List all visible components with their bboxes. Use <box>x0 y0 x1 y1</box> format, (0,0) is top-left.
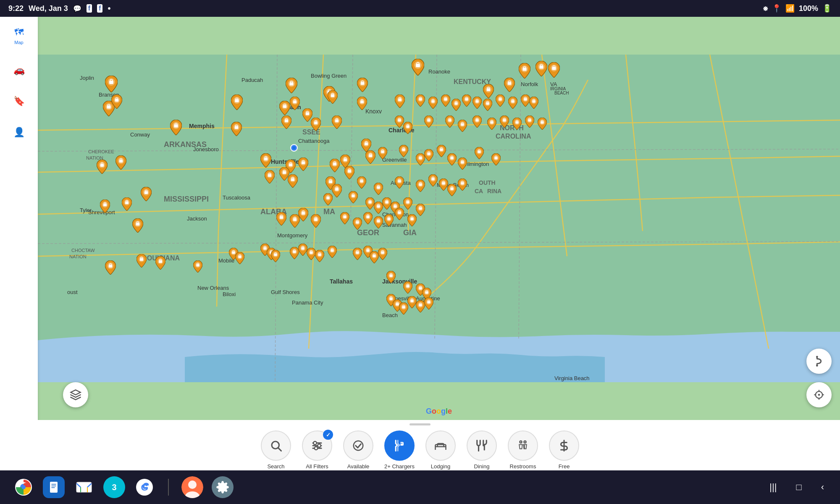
map-icon: 🗺 <box>13 26 25 38</box>
filter-restrooms[interactable]: Restrooms <box>506 430 540 470</box>
search-filter-label: Search <box>267 463 284 470</box>
svg-text:MISSISSIPPI: MISSISSIPPI <box>164 195 209 203</box>
svg-line-74 <box>278 448 281 451</box>
svg-text:Beach: Beach <box>382 312 398 318</box>
battery-icon: 🔋 <box>822 4 832 13</box>
google-watermark: Google <box>426 407 452 416</box>
sys-nav-home[interactable]: □ <box>793 478 805 496</box>
svg-text:Jonesboro: Jonesboro <box>193 146 219 152</box>
svg-text:Conway: Conway <box>130 131 150 138</box>
svg-point-89 <box>21 485 26 489</box>
sidebar-item-bookmark[interactable]: 🔖 <box>10 92 28 110</box>
filter-dining[interactable]: Dining <box>465 430 499 470</box>
svg-point-79 <box>318 444 321 447</box>
sys-nav-recent[interactable]: ||| <box>766 478 780 496</box>
samsung-notes-icon <box>47 480 61 494</box>
facebook-icon: f <box>87 4 92 13</box>
app-gmail[interactable] <box>73 476 95 498</box>
svg-text:Biloxi: Biloxi <box>223 291 236 297</box>
app-num3[interactable]: 3 <box>103 476 125 498</box>
chargers-label: 2+ Chargers <box>384 463 415 470</box>
svg-point-94 <box>188 480 197 489</box>
locate-icon <box>813 389 825 401</box>
all-filters-label: All Filters <box>306 463 328 470</box>
sidebar-item-drive[interactable]: 🚗 <box>10 61 28 79</box>
svg-point-78 <box>313 441 317 445</box>
app-chrome[interactable] <box>13 476 34 498</box>
filter-search[interactable]: Search <box>259 430 293 470</box>
app-samsung-notes[interactable] <box>43 476 65 498</box>
svg-point-84 <box>524 441 526 443</box>
free-label: Free <box>559 463 570 470</box>
sys-nav: ||| □ ‹ <box>766 478 840 496</box>
bluetooth-icon: ⎈ <box>763 4 768 13</box>
status-day: Wed, Jan 3 <box>29 4 68 13</box>
svg-text:Panama City: Panama City <box>292 299 323 306</box>
all-filters-check: ✓ <box>323 430 333 440</box>
svg-text:Bowling Green: Bowling Green <box>311 73 346 79</box>
svg-text:Paducah: Paducah <box>242 77 263 83</box>
lodging-icon <box>434 439 447 452</box>
all-filters-icon-wrap: ✓ <box>302 430 332 461</box>
google-icon: G <box>135 478 154 496</box>
sidebar-item-profile[interactable]: 👤 <box>10 123 28 142</box>
svg-text:Chattanooga: Chattanooga <box>298 138 330 144</box>
svg-text:GEOR: GEOR <box>357 228 379 237</box>
drive-icon: 🚗 <box>13 64 25 76</box>
sys-nav-back[interactable]: ‹ <box>818 478 827 496</box>
filter-available[interactable]: Available <box>341 430 375 470</box>
sidebar-item-map-label: Map <box>14 40 23 45</box>
bookmark-icon: 🔖 <box>13 95 25 107</box>
profile-icon: 👤 <box>13 126 25 138</box>
svg-point-81 <box>354 441 363 451</box>
app-google[interactable]: G <box>134 476 155 498</box>
filter-2plus-chargers[interactable]: 2+ Chargers <box>383 430 416 470</box>
nav-separator <box>168 479 169 496</box>
drag-handle[interactable] <box>410 423 430 425</box>
search-icon <box>270 439 282 452</box>
filter-row: Search ✓ All Filters <box>251 430 589 470</box>
chargers-icon-wrap <box>384 430 415 461</box>
svg-text:New Orleans: New Orleans <box>197 285 229 291</box>
all-filters-icon <box>311 439 323 452</box>
svg-text:Tuscaloosa: Tuscaloosa <box>223 194 251 201</box>
filter-lodging[interactable]: Lodging <box>424 430 457 470</box>
svg-text:Jackson: Jackson <box>187 215 207 222</box>
messenger-icon: 💬 <box>73 5 81 13</box>
svg-text:Greenville: Greenville <box>382 157 407 163</box>
svg-text:Joplin: Joplin <box>80 75 94 81</box>
svg-text:Knoxv: Knoxv <box>365 108 382 115</box>
app-settings[interactable] <box>212 476 234 498</box>
map-route-button[interactable] <box>806 349 832 374</box>
chargers-icon <box>393 439 406 452</box>
battery-text: 100% <box>799 4 818 13</box>
layers-icon <box>70 389 81 401</box>
app-avatar[interactable] <box>181 476 203 498</box>
lodging-icon-wrap <box>425 430 456 461</box>
filter-all-filters[interactable]: ✓ All Filters <box>300 430 334 470</box>
svg-text:SSEE: SSEE <box>302 129 320 136</box>
svg-point-65 <box>816 356 818 358</box>
map-container[interactable]: ARKANSAS MISSISSIPPI ALABA MA GEOR GIA S… <box>38 17 840 420</box>
svg-point-83 <box>520 441 522 443</box>
map-svg: ARKANSAS MISSISSIPPI ALABA MA GEOR GIA S… <box>38 17 840 420</box>
svg-text:oust: oust <box>67 289 78 295</box>
search-filter-icon-wrap <box>261 430 291 461</box>
svg-text:CHEROKEE: CHEROKEE <box>88 149 114 154</box>
sidebar: 🗺 Map 🚗 🔖 👤 <box>0 17 38 454</box>
avatar-icon <box>181 476 203 498</box>
sidebar-item-map[interactable]: 🗺 Map <box>10 23 28 48</box>
available-icon <box>352 439 365 452</box>
dining-label: Dining <box>474 463 490 470</box>
svg-text:CAROLINA: CAROLINA <box>496 133 531 140</box>
map-layers-button[interactable] <box>63 382 88 407</box>
available-icon-wrap <box>343 430 373 461</box>
restrooms-icon-wrap <box>508 430 538 461</box>
bottom-nav: 3 G <box>0 470 840 504</box>
svg-text:GIA: GIA <box>403 228 417 237</box>
map-locate-button[interactable] <box>806 382 832 407</box>
filter-free[interactable]: Free <box>547 430 581 470</box>
status-bar: 9:22 Wed, Jan 3 💬 f f • ⎈ 📍 📶 100% 🔋 <box>0 0 840 17</box>
restrooms-icon <box>517 439 529 452</box>
svg-text:Roanoke: Roanoke <box>428 68 450 75</box>
